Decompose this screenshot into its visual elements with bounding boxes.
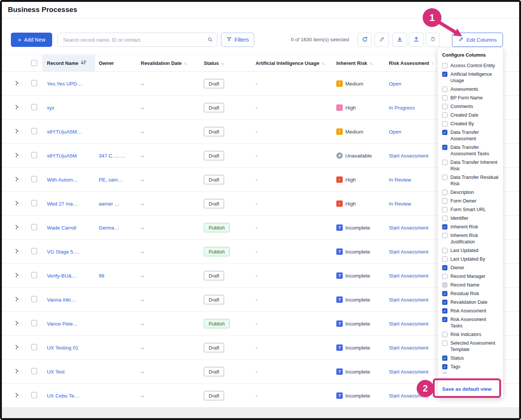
configure-column-item[interactable]: ✓ Inherent Risk xyxy=(442,224,498,230)
risk-assessment-link[interactable]: Start Assessment xyxy=(389,369,428,374)
expand-chevron-icon[interactable] xyxy=(14,129,19,135)
record-name-link[interactable]: UX Cebu Te… xyxy=(47,393,79,398)
expand-chevron-icon[interactable] xyxy=(14,393,19,399)
record-name-link[interactable]: UX Test xyxy=(47,369,65,374)
row-checkbox[interactable] xyxy=(31,296,37,302)
expand-chevron-icon[interactable] xyxy=(14,201,19,207)
column-checkbox[interactable] xyxy=(442,63,447,68)
risk-assessment-link[interactable]: Open xyxy=(389,129,401,134)
configure-column-item[interactable]: Created By xyxy=(442,121,498,127)
column-checkbox[interactable] xyxy=(442,274,447,279)
record-name-link[interactable]: xyz xyxy=(47,105,54,110)
upload-button[interactable] xyxy=(409,33,423,47)
owner-link[interactable]: 98 xyxy=(99,273,104,278)
row-checkbox[interactable] xyxy=(31,128,37,134)
column-checkbox[interactable] xyxy=(442,95,447,100)
record-name-link[interactable]: Verify-BU&… xyxy=(47,273,77,278)
configure-column-item[interactable]: BP Form Name xyxy=(442,95,498,101)
row-checkbox[interactable] xyxy=(31,104,37,110)
column-checkbox[interactable]: ✓ xyxy=(442,224,447,230)
owner-link[interactable]: aamer … xyxy=(99,201,120,206)
expand-chevron-icon[interactable] xyxy=(14,177,19,183)
row-checkbox[interactable] xyxy=(31,200,37,206)
column-checkbox[interactable]: ✓ xyxy=(442,145,447,150)
column-checkbox[interactable] xyxy=(442,104,447,109)
risk-assessment-link[interactable]: Open xyxy=(389,81,401,86)
configure-column-item[interactable]: ✓ Record Name xyxy=(442,282,498,288)
column-checkbox[interactable]: ✓ xyxy=(442,317,447,322)
configure-column-item[interactable]: ✓ Artificial Intelligence Usage xyxy=(442,71,498,84)
configure-column-item[interactable]: Risk Indicators xyxy=(442,332,498,338)
edit-button[interactable] xyxy=(375,33,389,47)
record-name-link[interactable]: Vanna Atki… xyxy=(47,297,76,302)
column-checkbox[interactable]: ✓ xyxy=(442,373,447,373)
configure-column-item[interactable]: ✓ Tags xyxy=(442,364,498,370)
configure-column-item[interactable]: Assessments xyxy=(442,86,498,93)
configure-column-item[interactable]: Identifier xyxy=(442,215,498,222)
record-name-link[interactable]: Yes,Yes UPD… xyxy=(47,81,82,86)
row-checkbox[interactable] xyxy=(31,80,37,86)
filters-button[interactable]: Filters xyxy=(221,33,254,47)
search-input[interactable] xyxy=(57,33,217,47)
row-checkbox[interactable] xyxy=(31,344,37,350)
refresh-button[interactable] xyxy=(358,33,372,47)
owner-link[interactable]: PE, sam… xyxy=(99,177,123,182)
record-name-link[interactable]: Vance Pete… xyxy=(47,321,78,326)
row-checkbox[interactable] xyxy=(31,368,37,374)
column-checkbox[interactable]: ✓ xyxy=(442,308,447,314)
expand-chevron-icon[interactable] xyxy=(14,81,19,87)
configure-column-item[interactable]: Record Manager xyxy=(442,273,498,280)
column-checkbox[interactable]: ✓ xyxy=(442,364,447,369)
column-header-record-name[interactable]: Record Name xyxy=(47,60,86,66)
select-all-checkbox[interactable] xyxy=(31,60,37,66)
risk-assessment-link[interactable]: Start Assessment xyxy=(389,345,428,350)
configure-column-item[interactable]: Selected Assessment Template xyxy=(442,340,498,353)
configure-column-item[interactable]: ✓ Data Transfer Assessment xyxy=(442,129,498,142)
row-checkbox[interactable] xyxy=(31,176,37,182)
add-new-button[interactable]: + Add New xyxy=(11,33,52,47)
column-checkbox[interactable] xyxy=(442,112,447,118)
expand-chevron-icon[interactable] xyxy=(14,321,19,327)
risk-assessment-link[interactable]: In Review xyxy=(389,201,411,206)
expand-chevron-icon[interactable] xyxy=(14,297,19,303)
delete-button[interactable] xyxy=(426,33,440,47)
configure-column-item[interactable]: ✓ Risk Assessment xyxy=(442,308,498,314)
configure-column-item[interactable]: Description xyxy=(442,189,498,196)
column-checkbox[interactable]: ✓ xyxy=(442,265,447,270)
configure-column-item[interactable]: ✓ Owner xyxy=(442,265,498,271)
row-checkbox[interactable] xyxy=(31,152,37,158)
row-checkbox[interactable] xyxy=(31,248,37,254)
configure-column-item[interactable]: Inherent Risk Justification xyxy=(442,232,498,245)
record-name-link[interactable]: Wade Carroll xyxy=(47,225,76,230)
expand-chevron-icon[interactable] xyxy=(14,249,19,255)
column-header-inherent-risk[interactable]: Inherent Risk ↑↓ xyxy=(336,60,373,66)
column-checkbox[interactable] xyxy=(442,190,447,195)
configure-column-item[interactable]: Last Updated xyxy=(442,248,498,254)
column-header-ai-usage[interactable]: Artificial Intelligence Usage ↑↓ xyxy=(256,60,325,66)
row-checkbox[interactable] xyxy=(31,272,37,278)
configure-column-item[interactable]: Data Transfer Residual Risk xyxy=(442,174,498,187)
expand-chevron-icon[interactable] xyxy=(14,153,19,159)
record-name-link[interactable]: UX Testing 01 xyxy=(47,345,78,350)
owner-link[interactable]: Germa… xyxy=(99,225,119,230)
configure-column-item[interactable]: Created Date xyxy=(442,112,498,118)
configure-column-item[interactable]: Comments xyxy=(442,104,498,110)
configure-column-item[interactable]: ✓ Template Name xyxy=(442,372,498,373)
column-checkbox[interactable] xyxy=(442,160,447,165)
download-button[interactable] xyxy=(393,33,407,47)
risk-assessment-link[interactable]: Start Assessment xyxy=(389,153,428,158)
column-checkbox[interactable] xyxy=(442,256,447,262)
configure-column-item[interactable]: Last Updated By xyxy=(442,256,498,262)
column-checkbox[interactable] xyxy=(442,233,447,238)
column-header-risk-assessment[interactable]: Risk Assessment ↑ xyxy=(389,60,434,66)
configure-column-item[interactable]: Form Owner xyxy=(442,198,498,204)
risk-assessment-link[interactable]: Start Assessment xyxy=(389,321,428,326)
column-header-revalidation-date[interactable]: Revalidation Date ↑↓ xyxy=(141,60,187,66)
column-checkbox[interactable] xyxy=(442,87,447,92)
configure-column-item[interactable]: ✓ Status xyxy=(442,355,498,362)
configure-column-item[interactable]: Data Transfer Inherent Risk xyxy=(442,159,498,172)
risk-assessment-link[interactable]: In Progress xyxy=(389,105,415,110)
risk-assessment-link[interactable]: Start Assessment xyxy=(389,225,428,230)
column-checkbox[interactable]: ✓ xyxy=(442,282,447,288)
risk-assessment-link[interactable]: Start Assessment xyxy=(389,273,428,278)
